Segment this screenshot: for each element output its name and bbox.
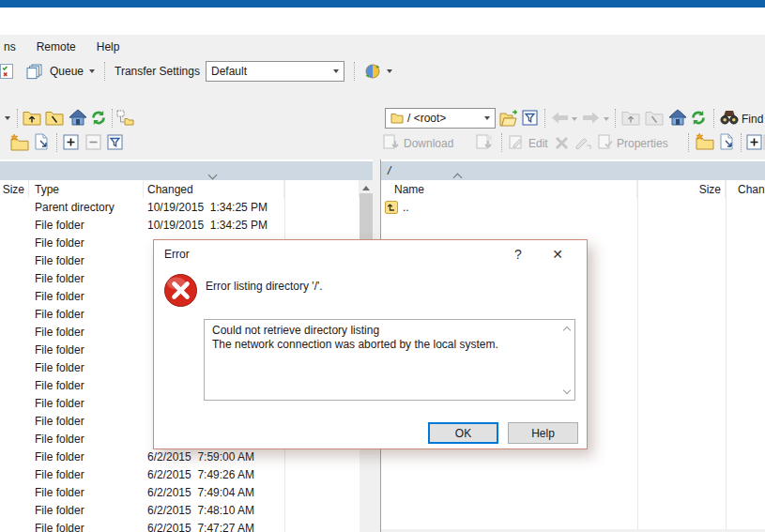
local-column-headers: Size Type Changed — [0, 180, 360, 198]
help-button[interactable]: Help — [508, 422, 578, 444]
cell-type: File folder — [29, 522, 144, 532]
cell-type: Parent directory — [29, 201, 144, 214]
table-row[interactable]: File folder 6/2/2015 7:48:10 AM — [0, 501, 360, 519]
menu-item-options[interactable]: ns — [1, 38, 19, 56]
remote-home-icon[interactable] — [668, 109, 687, 126]
chevron-down-icon[interactable] — [480, 109, 495, 128]
remote-refresh-icon[interactable] — [690, 110, 707, 126]
refresh-icon[interactable] — [90, 110, 107, 126]
scroll-up-icon[interactable] — [562, 324, 572, 333]
properties-icon[interactable] — [598, 134, 614, 150]
column-header-blank[interactable] — [284, 180, 360, 198]
filter-icon[interactable] — [107, 134, 123, 150]
cell-type: File folder — [29, 236, 144, 250]
table-row[interactable]: Parent directory 10/19/2015 1:34:25 PM — [0, 198, 360, 216]
download-icon[interactable] — [383, 134, 400, 150]
remote-panel-toolbar-2: Download Edit Properties — [379, 131, 765, 156]
remote-new-folder-icon[interactable] — [695, 133, 714, 150]
root-dir-icon[interactable] — [45, 110, 64, 126]
winscp-window: ns Remote Help Queue Transfer Settings D… — [0, 0, 765, 532]
cell-changed: 10/19/2015 1:34:25 PM — [144, 201, 303, 214]
cell-changed: 6/2/2015 7:47:27 AM — [144, 522, 303, 532]
remote-address-value: / <root> — [407, 112, 446, 125]
parent-dir-icon[interactable] — [23, 110, 41, 126]
edit-icon[interactable] — [509, 134, 525, 150]
collapse-icon[interactable] — [85, 134, 101, 150]
panel-dropdown-caret[interactable] — [5, 116, 10, 120]
dialog-help-icon[interactable]: ? — [502, 240, 534, 267]
sync-icon[interactable] — [364, 63, 381, 80]
scrollbar-thumb[interactable] — [360, 193, 373, 246]
window-title-area — [0, 8, 765, 35]
cell-type: File folder — [29, 433, 144, 446]
forward-icon[interactable] — [582, 112, 600, 124]
close-icon[interactable]: ✕ — [542, 240, 574, 267]
find-files-icon[interactable] — [720, 110, 739, 125]
column-header-name[interactable]: Name — [381, 180, 637, 198]
remote-parent-dir-icon[interactable] — [621, 110, 640, 126]
tree-icon[interactable] — [116, 110, 134, 126]
column-header-changed[interactable]: Changed — [144, 180, 284, 198]
table-row[interactable]: File folder 10/19/2015 1:34:25 PM — [0, 216, 360, 234]
column-header-type[interactable]: Type — [29, 180, 144, 198]
table-row[interactable]: .. — [381, 198, 765, 216]
local-path-bar[interactable] — [0, 161, 373, 180]
edit-button-label[interactable]: Edit — [528, 137, 548, 150]
home-icon[interactable] — [69, 109, 87, 126]
cell-type: File folder — [29, 343, 144, 357]
cell-changed: 6/2/2015 7:48:10 AM — [144, 504, 303, 517]
cell-type: File folder — [29, 219, 144, 232]
cell-type: File folder — [29, 486, 144, 499]
transfer-settings-combo[interactable]: Default — [206, 61, 344, 82]
new-folder-icon[interactable] — [9, 134, 29, 151]
table-row[interactable]: File folder 6/2/2015 7:47:27 AM — [0, 519, 360, 532]
find-files-label[interactable]: Find F — [742, 113, 765, 126]
cell-changed: 10/19/2015 1:34:25 PM — [144, 219, 303, 232]
scroll-up-icon[interactable] — [360, 180, 373, 193]
chevron-down-icon[interactable] — [329, 62, 344, 81]
menu-item-remote[interactable]: Remote — [34, 38, 79, 56]
back-history-caret[interactable] — [572, 117, 577, 121]
table-row[interactable]: File folder 6/2/2015 7:49:04 AM — [0, 483, 360, 501]
queue-dropdown-caret[interactable] — [89, 69, 95, 73]
remote-expand-icon[interactable] — [746, 134, 762, 150]
cell-type: File folder — [29, 397, 144, 410]
shortcut-icon[interactable] — [33, 133, 50, 150]
up-dir-icon — [385, 201, 398, 214]
menu-bar: ns Remote Help — [0, 38, 122, 56]
expand-icon[interactable] — [63, 134, 79, 150]
remote-shortcut-icon[interactable] — [718, 133, 735, 150]
error-details-line: The network connection was aborted by th… — [212, 338, 558, 352]
column-header-size[interactable]: Size — [0, 180, 29, 198]
back-icon[interactable] — [551, 112, 569, 124]
scroll-down-icon[interactable] — [562, 387, 572, 396]
remote-address-combo[interactable]: / <root> — [385, 108, 496, 129]
table-row[interactable]: File folder 6/2/2015 7:59:00 AM — [0, 448, 360, 465]
download-options-icon[interactable] — [476, 134, 493, 150]
dialog-title: Error — [164, 248, 190, 261]
sync-dropdown-caret[interactable] — [387, 69, 392, 73]
remote-filter-icon[interactable] — [522, 110, 538, 126]
toolbar-separator — [501, 133, 502, 152]
menu-item-help[interactable]: Help — [94, 38, 123, 56]
window-title-bar[interactable] — [0, 0, 765, 8]
ok-button[interactable]: OK — [428, 422, 498, 444]
properties-button-label[interactable]: Properties — [617, 137, 668, 150]
column-header-size[interactable]: Size — [637, 180, 726, 198]
error-details-box[interactable]: Could not retrieve directory listing The… — [204, 319, 575, 401]
queue-icon[interactable] — [26, 64, 44, 80]
cell-type: File folder — [29, 361, 144, 374]
remote-path-bar[interactable]: / — [381, 161, 765, 180]
queue-button-label[interactable]: Queue — [50, 65, 84, 78]
download-button-label[interactable]: Download — [404, 137, 453, 150]
cell-type: File folder — [29, 415, 144, 428]
table-row[interactable]: File folder 6/2/2015 7:49:26 AM — [0, 465, 360, 483]
rename-icon[interactable] — [575, 135, 592, 150]
forward-history-caret[interactable] — [604, 117, 609, 121]
toolbar-separator — [56, 133, 57, 152]
column-header-changed[interactable]: Chan — [726, 180, 765, 198]
open-dir-icon[interactable] — [499, 110, 519, 127]
remote-root-dir-icon[interactable] — [645, 110, 664, 126]
delete-icon[interactable] — [555, 136, 569, 150]
queue-status-icon[interactable] — [0, 64, 13, 79]
